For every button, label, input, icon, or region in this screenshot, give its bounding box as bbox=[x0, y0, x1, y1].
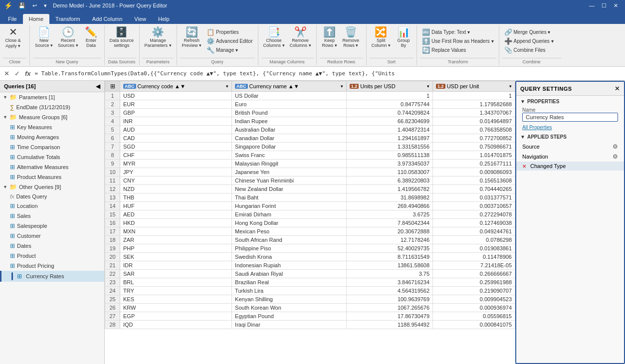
ribbon-group-query: 🔄 RefreshPreview ▾ 📋 Properties ⚙️ Advan… bbox=[177, 25, 258, 65]
tab-home[interactable]: Home bbox=[23, 14, 49, 24]
col-type-badge-currency-name: ABC bbox=[235, 84, 248, 89]
row-number-cell: 8 bbox=[105, 151, 120, 160]
close-apply-button[interactable]: ✕ Close &Apply ▾ bbox=[3, 26, 23, 50]
col-filter-btn-units-per-usd[interactable]: ▾ bbox=[427, 84, 429, 89]
qs-step-navigation-gear[interactable]: ⚙ bbox=[613, 153, 618, 160]
col-filter-btn-currency-name[interactable]: ▾ bbox=[341, 84, 343, 89]
sidebar-item-product-measures[interactable]: ⊞ Product Measures bbox=[0, 172, 104, 182]
qs-step-source-gear[interactable]: ⚙ bbox=[613, 143, 618, 150]
qs-step-source[interactable]: Source ⚙ bbox=[516, 142, 624, 152]
group-by-button[interactable]: 📊 GroupBy bbox=[394, 26, 414, 49]
ribbon-group-parameters: ⚙️ ManageParameters ▾ Parameters bbox=[140, 25, 177, 65]
col-filter-btn-currency-code[interactable]: ▾ bbox=[226, 84, 228, 89]
tab-view[interactable]: View bbox=[128, 14, 152, 24]
advanced-editor-button[interactable]: ⚙️ Advanced Editor bbox=[205, 37, 254, 45]
recent-sources-button[interactable]: 🕒 RecentSources ▾ bbox=[56, 26, 80, 49]
row-number-cell: 25 bbox=[105, 295, 120, 304]
row-number-cell: 4 bbox=[105, 117, 120, 126]
sidebar-item-label-time-comparison: Time Comparison bbox=[17, 144, 60, 150]
enter-data-button[interactable]: ✏️ EnterData bbox=[81, 26, 101, 49]
table-row: 17 MXN Mexican Peso 20.30672888 0.049244… bbox=[105, 227, 515, 236]
tab-transform[interactable]: Transform bbox=[49, 14, 86, 24]
manage-button[interactable]: 🔧 Manage ▾ bbox=[205, 46, 254, 54]
sidebar-item-location[interactable]: ⊞ Location bbox=[0, 201, 104, 211]
window-controls-left[interactable]: 💾 ↩ ▾ bbox=[15, 0, 50, 11]
qs-applied-steps-label: APPLIED STEPS bbox=[527, 134, 567, 140]
refresh-preview-button[interactable]: 🔄 RefreshPreview ▾ bbox=[180, 26, 204, 49]
properties-button[interactable]: 📋 Properties bbox=[205, 28, 254, 36]
formula-cancel-btn[interactable]: ✕ bbox=[2, 69, 11, 78]
sidebar-group-header-parameters[interactable]: ▼ 📁 Parameters [1] bbox=[0, 92, 104, 102]
data-source-settings-button[interactable]: 🗄️ Data sourcesettings bbox=[108, 26, 136, 49]
cell-units-per-usd: 12.7178246 bbox=[346, 236, 432, 244]
qs-name-value[interactable]: Currency Rates bbox=[522, 113, 618, 122]
tab-add-column[interactable]: Add Column bbox=[86, 14, 129, 24]
sidebar-item-key-measures[interactable]: ⊞ Key Measures bbox=[0, 122, 104, 132]
sidebar-item-sales[interactable]: ⊞ Sales bbox=[0, 211, 104, 221]
save-btn[interactable]: 💾 bbox=[15, 0, 28, 11]
sidebar-item-label-dates-query: Dates Query bbox=[16, 193, 47, 199]
sidebar-item-product-pricing[interactable]: ⊞ Product Pricing bbox=[0, 261, 104, 271]
sidebar-item-customer[interactable]: ⊞ Customer bbox=[0, 231, 104, 241]
sidebar-item-dates[interactable]: ⊞ Dates bbox=[0, 241, 104, 251]
sidebar-item-moving-averages[interactable]: ⊞ Moving Averages bbox=[0, 132, 104, 142]
maximize-btn[interactable]: ☐ bbox=[599, 0, 610, 11]
data-table-wrapper[interactable]: ⊞ ABC Currency code ▲▼ ▾ ABC bbox=[105, 81, 515, 364]
col-header-usd-per-unit[interactable]: 1.2 USD per Unit ▾ bbox=[433, 81, 515, 92]
sidebar-item-cumulative-totals[interactable]: ⊞ Cumulative Totals bbox=[0, 152, 104, 162]
combine-files-button[interactable]: 📎 Combine Files bbox=[502, 46, 556, 54]
use-first-row-button[interactable]: ⬆️ Use First Row as Headers ▾ bbox=[420, 37, 495, 45]
formula-fx-btn[interactable]: fx bbox=[23, 69, 33, 78]
qs-step-changed-type-delete[interactable]: ✕ bbox=[522, 164, 526, 169]
ribbon-group-reduce-rows: ⬆️ KeepRows ▾ 🗑️ RemoveRows ▾ Reduce Row… bbox=[317, 25, 367, 65]
sidebar-item-time-comparison[interactable]: ⊞ Time Comparison bbox=[0, 142, 104, 152]
qs-step-navigation[interactable]: Navigation ⚙ bbox=[516, 152, 624, 162]
remove-columns-button[interactable]: ✂️ RemoveColumns ▾ bbox=[288, 26, 313, 49]
col-filter-btn-usd-per-unit[interactable]: ▾ bbox=[509, 84, 512, 89]
qs-all-properties-link[interactable]: All Properties bbox=[516, 124, 624, 131]
sidebar-collapse-btn[interactable]: ◀ bbox=[96, 83, 100, 90]
query-settings-close-btn[interactable]: ✕ bbox=[615, 85, 620, 92]
tab-file[interactable]: File bbox=[2, 14, 23, 24]
merge-queries-button[interactable]: 🔗 Merge Queries ▾ bbox=[502, 28, 556, 36]
formula-input[interactable] bbox=[35, 70, 623, 77]
cell-currency-code: BRL bbox=[120, 278, 232, 287]
dropdown-btn[interactable]: ▾ bbox=[41, 0, 50, 11]
qs-step-changed-type[interactable]: ✕ Changed Type bbox=[516, 162, 624, 171]
cell-currency-code: IQD bbox=[120, 321, 232, 329]
undo-btn[interactable]: ↩ bbox=[29, 0, 40, 11]
cell-currency-name: Euro bbox=[232, 100, 347, 109]
choose-columns-button[interactable]: 📑 ChooseColumns ▾ bbox=[261, 26, 287, 49]
minimize-btn[interactable]: — bbox=[586, 0, 598, 11]
formula-confirm-btn[interactable]: ✓ bbox=[12, 69, 22, 78]
table-icon: ⊞ bbox=[10, 144, 15, 151]
remove-rows-button[interactable]: 🗑️ RemoveRows ▾ bbox=[341, 26, 362, 49]
new-source-button[interactable]: 📄 NewSource ▾ bbox=[33, 26, 55, 49]
col-header-currency-name[interactable]: ABC Currency name ▲▼ ▾ bbox=[232, 81, 347, 92]
close-btn[interactable]: ✕ bbox=[611, 0, 621, 11]
replace-values-button[interactable]: 🔄 Replace Values bbox=[420, 46, 495, 54]
sidebar-item-dates-query[interactable]: fx Dates Query bbox=[0, 192, 104, 201]
manage-parameters-button[interactable]: ⚙️ ManageParameters ▾ bbox=[143, 26, 174, 49]
cell-usd-per-unit: 0.11478906 bbox=[433, 253, 515, 261]
sidebar-item-product[interactable]: ⊞ Product bbox=[0, 251, 104, 261]
sidebar-item-salespeople[interactable]: ⊞ Salespeople bbox=[0, 221, 104, 231]
table-row: 4 INR Indian Rupee 66.82304699 0.0149648… bbox=[105, 117, 515, 126]
col-header-currency-code[interactable]: ABC Currency code ▲▼ ▾ bbox=[120, 81, 232, 92]
data-type-button[interactable]: 🔤 Data Type: Text ▾ bbox=[420, 28, 495, 36]
sidebar-group-header-other[interactable]: ▼ 📁 Other Queries [9] bbox=[0, 182, 104, 192]
sidebar-item-enddate[interactable]: ∑ EndDate (31/12/2019) bbox=[0, 102, 104, 112]
table-row: 19 PHP Philippine Piso 52.40029735 0.019… bbox=[105, 244, 515, 253]
append-queries-button[interactable]: ➕ Append Queries ▾ bbox=[502, 37, 556, 45]
cell-currency-name: Australian Dollar bbox=[232, 126, 347, 134]
sidebar-item-alternative-measures[interactable]: ⊞ Alternative Measures bbox=[0, 162, 104, 172]
sidebar-group-label-parameters: Parameters [1] bbox=[19, 94, 55, 100]
sidebar-group-header-measure[interactable]: ▼ 📁 Measure Groups [6] bbox=[0, 112, 104, 122]
keep-rows-button[interactable]: ⬆️ KeepRows ▾ bbox=[320, 26, 340, 49]
tab-help[interactable]: Help bbox=[152, 14, 176, 24]
fx-icon: fx bbox=[10, 193, 14, 199]
col-header-units-per-usd[interactable]: 1.2 Units per USD ▾ bbox=[346, 81, 432, 92]
split-column-button[interactable]: 🔀 SplitColumn ▾ bbox=[370, 26, 393, 49]
table-row: 8 CHF Swiss Franc 0.985511138 1.01470187… bbox=[105, 151, 515, 160]
sidebar-item-currency-rates[interactable]: ⊞ Currency Rates bbox=[0, 271, 104, 282]
